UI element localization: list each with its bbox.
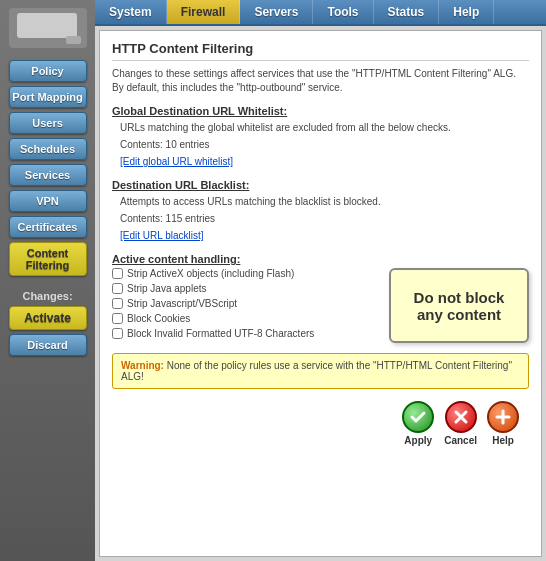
checkbox-activex-label: Strip ActiveX objects (including Flash): [127, 268, 294, 279]
help-button[interactable]: Help: [487, 401, 519, 446]
help-icon: [487, 401, 519, 433]
blacklist-title: Destination URL Blacklist:: [112, 179, 529, 191]
checkbox-utf8-label: Block Invalid Formatted UTF-8 Characters: [127, 328, 314, 339]
checkbox-javascript-label: Strip Javascript/VBScript: [127, 298, 237, 309]
warning-message: None of the policy rules use a service w…: [121, 360, 512, 382]
apply-button[interactable]: Apply: [402, 401, 434, 446]
sidebar: Policy Port Mapping Users Schedules Serv…: [0, 0, 95, 561]
checkbox-javascript-input[interactable]: [112, 298, 123, 309]
cancel-icon: [445, 401, 477, 433]
nav-servers[interactable]: Servers: [240, 0, 313, 24]
nav-firewall[interactable]: Firewall: [167, 0, 241, 24]
discard-button[interactable]: Discard: [9, 334, 87, 356]
plus-icon: [494, 408, 512, 426]
blacklist-desc: Attempts to access URLs matching the bla…: [112, 194, 529, 209]
page-title: HTTP Content Filtering: [112, 41, 529, 61]
checkbox-activex: Strip ActiveX objects (including Flash): [112, 268, 379, 279]
nav-tools[interactable]: Tools: [313, 0, 373, 24]
app-logo: [9, 8, 87, 48]
sidebar-item-schedules[interactable]: Schedules: [9, 138, 87, 160]
whitelist-link[interactable]: [Edit global URL whitelist]: [120, 156, 233, 167]
sidebar-item-policy[interactable]: Policy: [9, 60, 87, 82]
sidebar-item-users[interactable]: Users: [9, 112, 87, 134]
sidebar-item-port-mapping[interactable]: Port Mapping: [9, 86, 87, 108]
checkbox-javascript: Strip Javascript/VBScript: [112, 298, 379, 309]
changes-label: Changes:: [9, 290, 87, 302]
checkbox-utf8: Block Invalid Formatted UTF-8 Characters: [112, 328, 379, 339]
activate-button[interactable]: Activate: [9, 306, 87, 330]
whitelist-contents: Contents: 10 entries: [112, 137, 529, 152]
cancel-label: Cancel: [444, 435, 477, 446]
whitelist-section: Global Destination URL Whitelist: URLs m…: [112, 105, 529, 169]
help-label: Help: [492, 435, 514, 446]
content-panel: HTTP Content Filtering Changes to these …: [99, 30, 542, 557]
warning-title: Warning:: [121, 360, 164, 371]
apply-label: Apply: [404, 435, 432, 446]
sidebar-item-services[interactable]: Services: [9, 164, 87, 186]
apply-icon: [402, 401, 434, 433]
whitelist-title: Global Destination URL Whitelist:: [112, 105, 529, 117]
main-content: System Firewall Servers Tools Status Hel…: [95, 0, 546, 561]
whitelist-desc: URLs matching the global whitelist are e…: [112, 120, 529, 135]
intro-text: Changes to these settings affect service…: [112, 67, 529, 95]
cancel-button[interactable]: Cancel: [444, 401, 477, 446]
checkbox-activex-input[interactable]: [112, 268, 123, 279]
top-nav: System Firewall Servers Tools Status Hel…: [95, 0, 546, 26]
sidebar-item-vpn[interactable]: VPN: [9, 190, 87, 212]
blacklist-section: Destination URL Blacklist: Attempts to a…: [112, 179, 529, 243]
sidebar-item-certificates[interactable]: Certificates: [9, 216, 87, 238]
blacklist-contents: Contents: 115 entries: [112, 211, 529, 226]
action-buttons: Apply Cancel Help: [112, 395, 529, 452]
active-content-title: Active content handling:: [112, 253, 529, 265]
checkbox-java-input[interactable]: [112, 283, 123, 294]
checkmark-icon: [409, 408, 427, 426]
nav-help[interactable]: Help: [439, 0, 494, 24]
active-content-section: Active content handling: Strip ActiveX o…: [112, 253, 529, 343]
tooltip-box: Do not block any content: [389, 268, 529, 343]
checkbox-cookies-label: Block Cookies: [127, 313, 190, 324]
checkbox-java: Strip Java applets: [112, 283, 379, 294]
checkbox-cookies: Block Cookies: [112, 313, 379, 324]
x-icon: [452, 408, 470, 426]
checkbox-cookies-input[interactable]: [112, 313, 123, 324]
checkbox-java-label: Strip Java applets: [127, 283, 207, 294]
nav-system[interactable]: System: [95, 0, 167, 24]
warning-box: Warning: None of the policy rules use a …: [112, 353, 529, 389]
sidebar-item-content-filtering[interactable]: Content Filtering: [9, 242, 87, 276]
checkbox-utf8-input[interactable]: [112, 328, 123, 339]
nav-status[interactable]: Status: [374, 0, 440, 24]
checkboxes-area: Strip ActiveX objects (including Flash) …: [112, 268, 379, 343]
blacklist-link[interactable]: [Edit URL blacklist]: [120, 230, 204, 241]
